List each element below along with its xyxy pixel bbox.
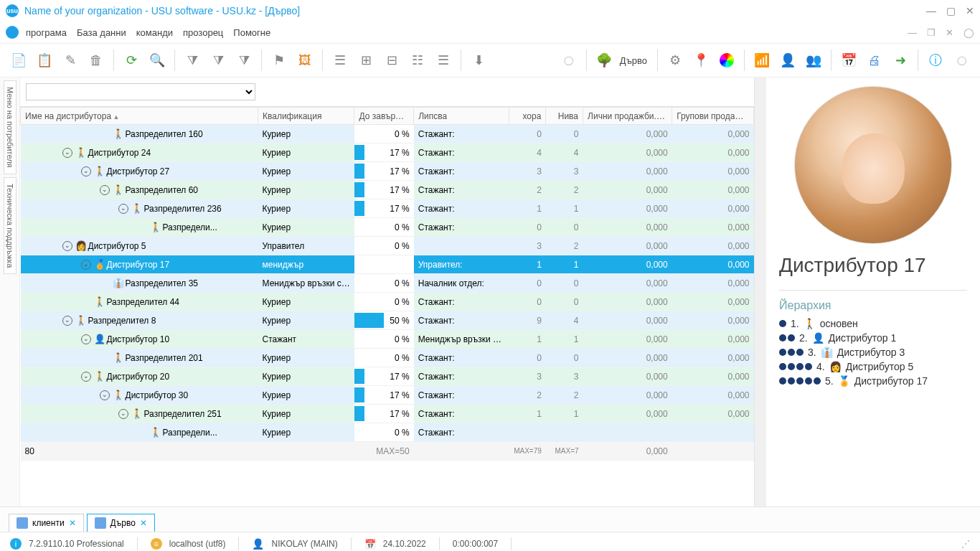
table-row[interactable]: 🚶Разпредели...Куриер0 %Стажант:: [21, 423, 754, 442]
list3-icon[interactable]: ☰: [432, 49, 455, 72]
table-row[interactable]: 🚶Разпределител 160Куриер0 %Стажант:000,0…: [21, 125, 754, 143]
hierarchy-item[interactable]: 5.🏅Дистрибутор 17: [779, 375, 967, 387]
table-row[interactable]: ⌄🚶Разпределител 8Куриер50 %Стажант:940,0…: [21, 311, 754, 330]
filter2-icon[interactable]: ⧩: [207, 49, 230, 72]
image-icon[interactable]: 🖼: [293, 49, 316, 72]
row-levels: 1: [546, 255, 583, 274]
table-row[interactable]: 👔Разпределител 35Мениджър връзки с к...0…: [21, 274, 754, 293]
search-icon[interactable]: 🔍: [146, 49, 169, 72]
inner-minimize-button[interactable]: —: [908, 27, 917, 38]
table-row[interactable]: ⌄🚶Дистрибутор 30Куриер17 %Стажант:220,00…: [21, 386, 754, 405]
resize-grip-icon[interactable]: ⋰: [961, 539, 970, 549]
copy-doc-icon[interactable]: 📋: [33, 49, 56, 72]
table-row[interactable]: 🚶Разпределител 201Куриер0 %Стажант:000,0…: [21, 349, 754, 367]
color-icon[interactable]: [715, 49, 738, 72]
minimize-button[interactable]: —: [926, 5, 936, 17]
hierarchy-item[interactable]: 4.👩Дистрибутор 5: [779, 361, 967, 372]
flag-icon[interactable]: ⚑: [268, 49, 291, 72]
menu-program[interactable]: програма: [26, 27, 67, 38]
footer-max-levels: MAX=7: [546, 442, 583, 461]
person-icon: 🚶: [150, 222, 160, 232]
gear-icon[interactable]: ⚙: [664, 49, 687, 72]
table-row[interactable]: ⌄👤Дистрибутор 10Стажант0 %Мениджър връзк…: [21, 330, 754, 349]
doc-tab-tree[interactable]: Дърво ✕: [87, 514, 155, 532]
small-help-icon[interactable]: ◯: [557, 49, 580, 72]
inner-restore-button[interactable]: ❐: [927, 27, 936, 38]
help2-icon[interactable]: ◯: [950, 49, 973, 72]
location-icon[interactable]: 📍: [689, 49, 712, 72]
maximize-button[interactable]: ▢: [946, 5, 956, 17]
row-group-sales: 0,000: [672, 349, 754, 367]
users-icon[interactable]: 👥: [802, 49, 825, 72]
col-completion[interactable]: До завършва...: [354, 108, 414, 125]
menu-database[interactable]: База данни: [77, 27, 126, 38]
col-personal-sales[interactable]: Лични продажби. 1 м...: [583, 108, 672, 125]
status-info-icon[interactable]: i: [10, 538, 22, 550]
doc-tab-clients[interactable]: клиенти ✕: [9, 514, 84, 532]
table-row[interactable]: ⌄🚶Разпределител 251Куриер17 %Стажант:110…: [21, 405, 754, 423]
hierarchy-item[interactable]: 2.👤Дистрибутор 1: [779, 332, 967, 344]
list2-icon[interactable]: ☷: [406, 49, 429, 72]
vertical-scrollbar[interactable]: [755, 77, 766, 507]
delete-doc-icon[interactable]: 🗑: [85, 49, 108, 72]
list1-icon[interactable]: ☰: [329, 49, 352, 72]
tree-view-icon[interactable]: 🌳: [593, 49, 616, 72]
menu-help[interactable]: Помогне: [233, 27, 270, 38]
go-icon[interactable]: ➜: [889, 49, 912, 72]
tree-collapse-icon[interactable]: ⊟: [380, 49, 403, 72]
close-tab-icon[interactable]: ✕: [69, 518, 76, 528]
collapse-icon[interactable]: ⌄: [118, 204, 128, 214]
col-name[interactable]: Име на дистрибутора: [21, 108, 258, 125]
col-levels[interactable]: Нива: [546, 108, 583, 125]
collapse-icon[interactable]: ⌄: [81, 166, 91, 176]
col-qualification[interactable]: Квалификация: [258, 108, 354, 125]
calendar-icon[interactable]: 📅: [837, 49, 860, 72]
side-tab-support[interactable]: Техническа поддръжка: [4, 177, 17, 274]
download-icon[interactable]: ⬇: [467, 49, 490, 72]
inner-help-button[interactable]: ◯: [963, 27, 974, 38]
rss-icon[interactable]: 📶: [750, 49, 773, 72]
collapse-icon[interactable]: ⌄: [118, 409, 128, 419]
table-row[interactable]: ⌄🚶Разпределител 236Куриер17 %Стажант:110…: [21, 199, 754, 218]
table-row[interactable]: ⌄🚶Дистрибутор 24Куриер17 %Стажант:440,00…: [21, 143, 754, 162]
table-row[interactable]: 🚶Разпределител 44Куриер0 %Стажант:000,00…: [21, 293, 754, 311]
row-group-sales: 0,000: [672, 218, 754, 237]
close-button[interactable]: ✕: [966, 5, 974, 17]
col-missing[interactable]: Липсва: [414, 108, 509, 125]
table-row[interactable]: ⌄🚶Дистрибутор 20Куриер17 %Стажант:330,00…: [21, 367, 754, 386]
col-group-sales[interactable]: Групови продажб...: [672, 108, 754, 125]
info-icon[interactable]: ⓘ: [924, 49, 947, 72]
collapse-icon[interactable]: ⌄: [81, 260, 91, 270]
menu-commands[interactable]: команди: [136, 27, 173, 38]
user1-icon[interactable]: 👤: [776, 49, 799, 72]
collapse-icon[interactable]: ⌄: [62, 241, 72, 251]
hierarchy-item[interactable]: 3.👔Дистрибутор 3: [779, 347, 967, 358]
collapse-icon[interactable]: ⌄: [62, 148, 72, 158]
inner-close-button[interactable]: ✕: [946, 27, 953, 38]
collapse-icon[interactable]: ⌄: [100, 185, 110, 195]
refresh-icon[interactable]: ⟳: [120, 49, 143, 72]
filter3-icon[interactable]: ⧩: [232, 49, 255, 72]
table-row[interactable]: 🚶Разпредели...Куриер0 %Стажант:000,0000,…: [21, 218, 754, 237]
print-icon[interactable]: 🖨: [863, 49, 886, 72]
filter-icon[interactable]: ⧩: [181, 49, 204, 72]
side-tab-user-menu[interactable]: Меню на потребителя: [4, 80, 17, 174]
collapse-icon[interactable]: ⌄: [62, 316, 72, 326]
close-tab-icon[interactable]: ✕: [140, 518, 147, 528]
row-completion: 17 %: [354, 386, 414, 405]
collapse-icon[interactable]: ⌄: [81, 334, 91, 344]
edit-icon[interactable]: ✎: [59, 49, 82, 72]
data-grid[interactable]: Име на дистрибутора Квалификация До завъ…: [20, 106, 754, 507]
col-people[interactable]: хора: [509, 108, 546, 125]
menu-window[interactable]: прозорец: [183, 27, 223, 38]
tree-expand-icon[interactable]: ⊞: [354, 49, 377, 72]
new-doc-icon[interactable]: 📄: [7, 49, 30, 72]
filter-select[interactable]: [26, 83, 255, 100]
table-row[interactable]: ⌄🏅Дистрибутор 17мениджър0 %Управител:110…: [21, 255, 754, 274]
hierarchy-item[interactable]: 1.🚶основен: [779, 318, 967, 329]
table-row[interactable]: ⌄🚶Дистрибутор 27Куриер17 %Стажант:330,00…: [21, 162, 754, 181]
collapse-icon[interactable]: ⌄: [81, 372, 91, 382]
table-row[interactable]: ⌄🚶Разпределител 60Куриер17 %Стажант:220,…: [21, 181, 754, 199]
collapse-icon[interactable]: ⌄: [100, 390, 110, 400]
table-row[interactable]: ⌄👩Дистрибутор 5Управител0 %320,0000,000: [21, 237, 754, 255]
